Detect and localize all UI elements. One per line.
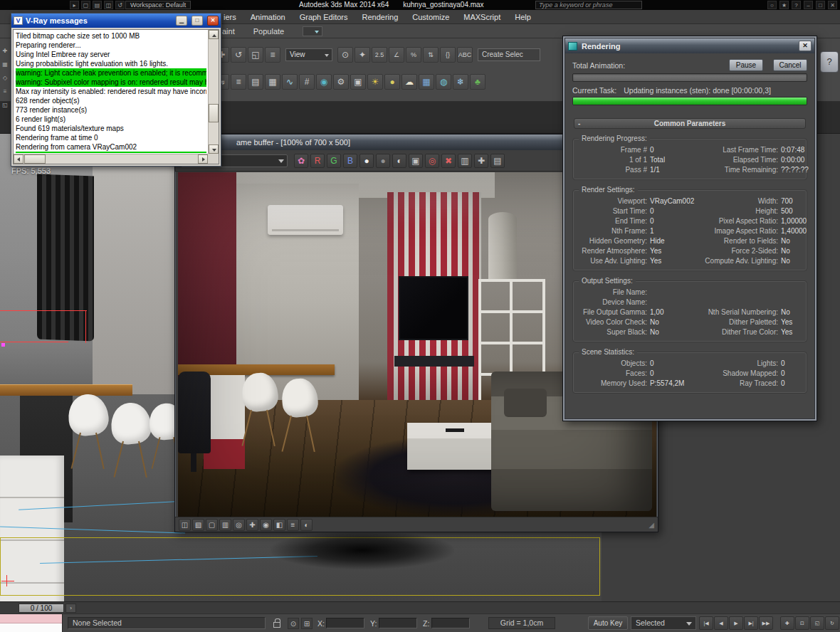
orbit-view-button[interactable]: ↻ [825, 616, 839, 630]
layer-manager-icon[interactable]: ▤ [248, 74, 263, 90]
render-setup-icon[interactable]: ⚙ [333, 74, 349, 90]
pan-view-button[interactable]: ✚ [780, 616, 794, 630]
render-region-icon[interactable]: ◎ [425, 154, 439, 168]
scroll-up-icon[interactable] [209, 30, 219, 39]
vertical-scrollbar[interactable] [208, 30, 219, 154]
align-icon[interactable]: ≡ [231, 74, 246, 90]
minmax-icon[interactable]: ◱ [1, 101, 9, 110]
light-sphere-icon[interactable]: ● [384, 74, 400, 90]
close-button[interactable]: ✕ [207, 16, 219, 26]
save-file-icon[interactable]: ◫ [104, 1, 113, 9]
menu-help[interactable]: Help [508, 10, 538, 24]
pause-button[interactable]: Pause [729, 59, 763, 71]
snowflake-icon[interactable]: ❄ [453, 74, 468, 90]
maxscript-mini-listener[interactable] [0, 614, 63, 632]
go-to-start-button[interactable]: |◀ [699, 616, 713, 630]
stamp-icon[interactable]: ≡ [287, 519, 299, 531]
resize-grip-icon[interactable]: ◢ [649, 521, 654, 529]
zoom-view-button[interactable]: ⊡ [795, 616, 809, 630]
use-pivot-center-icon[interactable]: ⊙ [337, 47, 353, 63]
selection-lock-icon[interactable] [273, 622, 280, 628]
alpha-channel-button[interactable]: ● [359, 154, 374, 168]
search-icon[interactable]: ○ [767, 1, 777, 9]
absolute-offset-mode-icon[interactable]: ⊞ [301, 618, 313, 629]
undo-icon[interactable]: ↺ [115, 1, 125, 9]
open-file-icon[interactable]: ▤ [93, 1, 102, 9]
next-frame-button[interactable]: ▶| [744, 616, 758, 630]
duplicate-to-max-icon[interactable]: ▥ [458, 154, 472, 168]
named-sets-abc-icon[interactable]: ABC [457, 47, 473, 63]
rendering-dialog[interactable]: Rendering ✕ Total Animation: Pause Cance… [562, 36, 817, 421]
select-and-scale-icon[interactable]: ◱ [248, 47, 263, 63]
maximize-window-icon[interactable]: □ [816, 1, 825, 9]
monochrome-channel-button[interactable]: ● [376, 154, 390, 168]
horizontal-scrollbar[interactable] [14, 154, 208, 164]
close-window-icon[interactable]: ✕ [828, 1, 837, 9]
key-filter-dropdown[interactable]: Selected [631, 616, 696, 630]
time-slider-bar[interactable]: 0 / 100 › [0, 601, 840, 613]
common-parameters-rollout[interactable]: - Common Parameters [574, 118, 806, 129]
print-image-icon[interactable]: ▤ [490, 154, 505, 168]
scroll-right-icon[interactable] [198, 154, 208, 164]
info-icon[interactable]: ◐ [300, 519, 313, 531]
copy-image-icon[interactable]: ▥ [219, 519, 231, 531]
grid-icon[interactable]: ▦ [1, 60, 9, 69]
grid-snap-icon[interactable]: ▦ [419, 74, 434, 90]
search-input[interactable] [535, 1, 642, 9]
workspace-selector[interactable]: Workspace: Default [125, 1, 191, 9]
menu-graph-editors[interactable]: Graph Editors [293, 10, 355, 24]
scrollbar-thumb[interactable] [209, 104, 219, 122]
select-and-rotate-icon[interactable]: ↺ [231, 47, 246, 63]
scrollbar-thumb[interactable] [24, 154, 46, 164]
go-to-end-button[interactable]: ▶▶ [759, 616, 773, 630]
coordinate-z-input[interactable] [431, 618, 470, 628]
vray-messages-titlebar[interactable]: V V-Ray messages ▁ □ ✕ [11, 14, 221, 28]
auto-key-button[interactable]: Auto Key [588, 616, 628, 630]
minimize-window-icon[interactable]: – [804, 1, 813, 9]
track-mouse-icon[interactable]: ✚ [474, 154, 488, 168]
ribbon-tab-populate[interactable]: Populate [253, 27, 284, 36]
vray-messages-window[interactable]: V V-Ray messages ▁ □ ✕ Tiled bitmap cach… [11, 13, 221, 167]
ribbon-tab-object-paint[interactable]: aint [222, 27, 235, 36]
next-frame-arrow[interactable]: › [65, 604, 76, 613]
maximize-button[interactable]: □ [191, 16, 203, 26]
communication-center-icon[interactable]: ★ [779, 1, 789, 9]
zoom-extents-button[interactable]: ◱ [810, 616, 824, 630]
play-button[interactable]: ▶ [729, 616, 743, 630]
scroll-left-icon[interactable] [14, 154, 23, 164]
snaps-toggle-icon[interactable]: 2.5 [372, 47, 387, 63]
blue-channel-button[interactable]: B [343, 154, 357, 168]
menu-animation[interactable]: Animation [243, 10, 293, 24]
coordinate-x-input[interactable] [326, 618, 364, 628]
time-slider[interactable]: 0 / 100 [19, 604, 64, 613]
angle-snap-icon[interactable]: ∠ [389, 47, 404, 63]
rendered-frame-icon[interactable]: ▣ [350, 74, 366, 90]
application-menu-icon[interactable]: ▸ [70, 1, 79, 9]
menu-rendering[interactable]: Rendering [355, 10, 406, 24]
sun-light-icon[interactable]: ☀ [367, 74, 383, 90]
help-icon[interactable]: ? [792, 1, 801, 9]
curve-editor-icon[interactable]: ∿ [282, 74, 298, 90]
show-pixel-info-icon[interactable]: ▣ [409, 154, 423, 168]
menu-customize[interactable]: Customize [405, 10, 456, 24]
menu-maxscript[interactable]: MAXScript [456, 10, 508, 24]
cancel-button[interactable]: Cancel [773, 59, 807, 71]
region-render-icon[interactable]: ◎ [233, 519, 245, 531]
help-panel-button[interactable]: ? [820, 51, 839, 73]
environment-icon[interactable]: ☁ [401, 74, 417, 90]
pan-image-icon[interactable]: ✚ [246, 519, 258, 531]
close-button[interactable]: ✕ [799, 41, 812, 51]
color-corrections-icon[interactable]: ✿ [294, 154, 308, 168]
red-channel-button[interactable]: R [310, 154, 325, 168]
list-icon[interactable]: ≡ [1, 88, 9, 96]
edit-named-sets-icon[interactable]: {} [440, 47, 456, 63]
zoom-image-icon[interactable]: ◉ [260, 519, 272, 531]
select-by-name-icon[interactable]: ≡ [265, 47, 280, 63]
clear-buffer-icon[interactable]: ▢ [206, 519, 218, 531]
create-selection-set-field[interactable]: Create Selec [478, 48, 540, 61]
previous-frame-button[interactable]: ◀ [714, 616, 728, 630]
rollout-collapse-icon[interactable]: - [578, 119, 580, 129]
schematic-view-icon[interactable]: # [299, 74, 315, 90]
compare-ab-icon[interactable]: ◧ [273, 519, 285, 531]
new-scene-icon[interactable]: ▢ [81, 1, 90, 9]
